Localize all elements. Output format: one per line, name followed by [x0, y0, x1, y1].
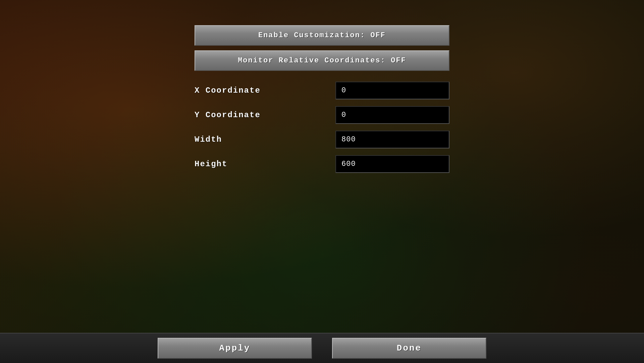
y-coordinate-row: Y Coordinate: [195, 103, 449, 127]
x-coordinate-label: X Coordinate: [195, 86, 261, 95]
apply-button[interactable]: Apply: [158, 338, 312, 359]
y-coordinate-label: Y Coordinate: [195, 110, 261, 120]
height-label: Height: [195, 160, 227, 169]
x-coordinate-row: X Coordinate: [195, 79, 449, 102]
bottom-bar: Apply Done: [0, 333, 644, 363]
width-input[interactable]: [335, 131, 449, 148]
modal-overlay: Enable Customization: OFF Monitor Relati…: [0, 0, 644, 363]
width-row: Width: [195, 128, 449, 151]
settings-panel: Enable Customization: OFF Monitor Relati…: [195, 25, 449, 176]
y-coordinate-input[interactable]: [335, 106, 449, 124]
fields-section: X Coordinate Y Coordinate Width Height: [195, 79, 449, 176]
monitor-relative-button[interactable]: Monitor Relative Coordinates: OFF: [195, 50, 449, 71]
enable-customization-button[interactable]: Enable Customization: OFF: [195, 25, 449, 46]
height-row: Height: [195, 152, 449, 176]
done-button[interactable]: Done: [332, 338, 486, 359]
height-input[interactable]: [335, 155, 449, 173]
x-coordinate-input[interactable]: [335, 82, 449, 99]
width-label: Width: [195, 135, 222, 144]
